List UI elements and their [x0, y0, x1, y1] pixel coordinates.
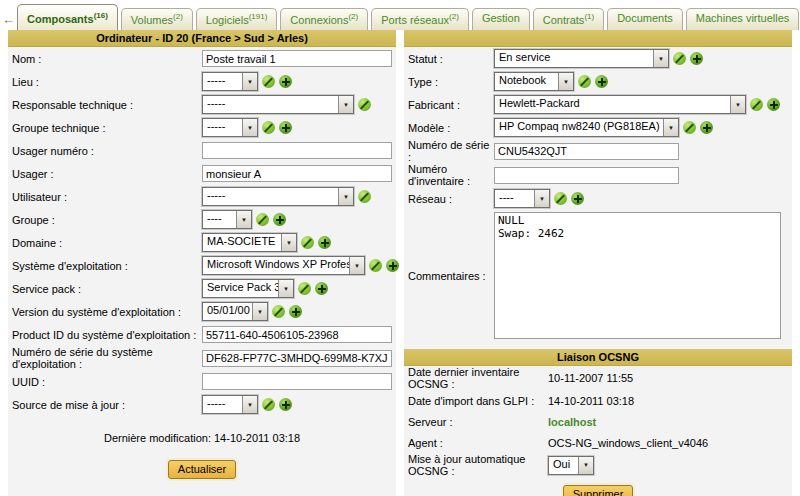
field-label-agent: Agent : — [408, 437, 548, 449]
chevron-down-icon[interactable]: ▼ — [663, 119, 678, 136]
usager-numero-input[interactable] — [202, 142, 392, 159]
systeme-exploitation-row: Système d'exploitation :Microsoft Window… — [8, 254, 396, 277]
type-row: Type :Notebook▼ — [404, 70, 792, 93]
chevron-down-icon[interactable]: ▼ — [349, 257, 364, 274]
domaine-control: MA-SOCIETE▼ — [202, 233, 392, 252]
add-icon[interactable] — [700, 121, 713, 134]
refresh-icon[interactable] — [301, 236, 314, 249]
systeme-exploitation-select[interactable]: Microsoft Windows XP Professional▼ — [202, 256, 365, 275]
service-pack-control: Service Pack 3▼ — [202, 279, 392, 298]
refresh-icon[interactable] — [358, 190, 371, 203]
refresh-icon[interactable] — [358, 98, 371, 111]
chevron-down-icon[interactable]: ▼ — [534, 190, 549, 207]
chevron-down-icon[interactable]: ▼ — [653, 50, 668, 67]
add-icon[interactable] — [318, 236, 331, 249]
groupe-selected-value: ---- — [203, 211, 236, 228]
groupe-technique-select[interactable]: -----▼ — [202, 118, 258, 137]
fabricant-select[interactable]: Hewlett-Packard▼ — [494, 95, 746, 114]
tab-volumes[interactable]: Volumes(2) — [121, 8, 193, 30]
tab-logiciels[interactable]: Logiciels(191) — [196, 8, 278, 30]
product-id-systeme-exploitation-row: Product ID du système d'exploitation : — [8, 323, 396, 346]
usager-input[interactable] — [202, 165, 392, 182]
refresh-icon[interactable] — [683, 121, 696, 134]
numero-inventaire-input[interactable] — [494, 167, 679, 184]
modele-control: HP Compaq nw8240 (PG818EA)▼ — [494, 118, 788, 137]
tab-scroll-left-button[interactable]: ← — [2, 8, 15, 30]
lieu-select[interactable]: -----▼ — [202, 72, 258, 91]
add-icon[interactable] — [386, 259, 399, 272]
refresh-icon[interactable] — [262, 121, 275, 134]
refresh-icon[interactable] — [262, 75, 275, 88]
add-icon[interactable] — [279, 121, 292, 134]
numero-serie-systeme-exploitation-input[interactable] — [202, 350, 392, 367]
serveur-link[interactable]: localhost — [548, 416, 596, 428]
numero-serie-input[interactable] — [494, 143, 679, 160]
field-label-commentaires: Commentaires : — [408, 270, 494, 282]
tab-composants[interactable]: Composants(16) — [17, 4, 118, 30]
add-icon[interactable] — [595, 75, 608, 88]
update-button[interactable]: Actualiser — [168, 460, 236, 479]
add-icon[interactable] — [767, 98, 780, 111]
uuid-input[interactable] — [202, 373, 392, 390]
mise-a-jour-automatique-ocsng-select[interactable]: Oui▼ — [548, 456, 594, 475]
chevron-down-icon[interactable]: ▼ — [338, 96, 353, 113]
refresh-icon[interactable] — [369, 259, 382, 272]
modele-select[interactable]: HP Compaq nw8240 (PG818EA)▼ — [494, 118, 679, 137]
utilisateur-select[interactable]: -----▼ — [202, 187, 354, 206]
refresh-icon[interactable] — [298, 282, 311, 295]
numero-serie-control — [494, 143, 788, 160]
numero-inventaire-control — [494, 167, 788, 184]
refresh-icon[interactable] — [750, 98, 763, 111]
field-label-mise-a-jour-automatique-ocsng: Mise à jour automatique OCSNG : — [408, 453, 548, 477]
comments-textarea[interactable] — [494, 212, 781, 339]
delete-button[interactable]: Supprimer — [563, 485, 634, 496]
reseau-select[interactable]: ----▼ — [494, 189, 550, 208]
chevron-down-icon[interactable]: ▼ — [281, 234, 296, 251]
domaine-select[interactable]: MA-SOCIETE▼ — [202, 233, 297, 252]
chevron-down-icon[interactable]: ▼ — [242, 396, 257, 413]
responsable-technique-select[interactable]: -----▼ — [202, 95, 354, 114]
nom-input[interactable] — [202, 50, 392, 67]
chevron-down-icon[interactable]: ▼ — [252, 303, 267, 320]
version-systeme-exploitation-select[interactable]: 05/01/00▼ — [202, 302, 268, 321]
source-mise-a-jour-select[interactable]: -----▼ — [202, 395, 258, 414]
chevron-down-icon[interactable]: ▼ — [558, 73, 573, 90]
tab-ports-reseaux[interactable]: Ports réseaux(2) — [371, 8, 469, 30]
add-icon[interactable] — [279, 398, 292, 411]
statut-row: Statut :En service▼ — [404, 47, 792, 70]
service-pack-select[interactable]: Service Pack 3▼ — [202, 279, 294, 298]
statut-control: En service▼ — [494, 49, 788, 68]
tab-gestion[interactable]: Gestion — [472, 8, 530, 30]
add-icon[interactable] — [273, 213, 286, 226]
groupe-control: ----▼ — [202, 210, 392, 229]
refresh-icon[interactable] — [554, 192, 567, 205]
product-id-systeme-exploitation-input[interactable] — [202, 326, 392, 343]
tab-documents[interactable]: Documents — [607, 8, 683, 30]
refresh-icon[interactable] — [262, 398, 275, 411]
chevron-down-icon[interactable]: ▼ — [730, 96, 745, 113]
chevron-down-icon[interactable]: ▼ — [278, 280, 293, 297]
add-icon[interactable] — [279, 75, 292, 88]
field-label-date-dernier-inventaire-ocsng: Date dernier inventaire OCSNG : — [408, 366, 548, 390]
tab-connexions[interactable]: Connexions(2) — [280, 8, 368, 30]
chevron-down-icon[interactable]: ▼ — [578, 457, 593, 474]
statut-select[interactable]: En service▼ — [494, 49, 669, 68]
tab-machines-virtuelles[interactable]: Machines virtuelles — [686, 8, 800, 30]
add-icon[interactable] — [690, 52, 703, 65]
add-icon[interactable] — [571, 192, 584, 205]
tab-contrats[interactable]: Contrats(1) — [533, 8, 604, 30]
chevron-down-icon[interactable]: ▼ — [242, 73, 257, 90]
refresh-icon[interactable] — [272, 305, 285, 318]
refresh-icon[interactable] — [256, 213, 269, 226]
groupe-select[interactable]: ----▼ — [202, 210, 252, 229]
type-select[interactable]: Notebook▼ — [494, 72, 574, 91]
refresh-icon[interactable] — [578, 75, 591, 88]
chevron-down-icon[interactable]: ▼ — [236, 211, 251, 228]
add-icon[interactable] — [289, 305, 302, 318]
refresh-icon[interactable] — [673, 52, 686, 65]
chevron-down-icon[interactable]: ▼ — [242, 119, 257, 136]
chevron-down-icon[interactable]: ▼ — [338, 188, 353, 205]
add-icon[interactable] — [315, 282, 328, 295]
agent-value: OCS-NG_windows_client_v4046 — [548, 437, 708, 449]
field-label-groupe: Groupe : — [12, 214, 202, 226]
